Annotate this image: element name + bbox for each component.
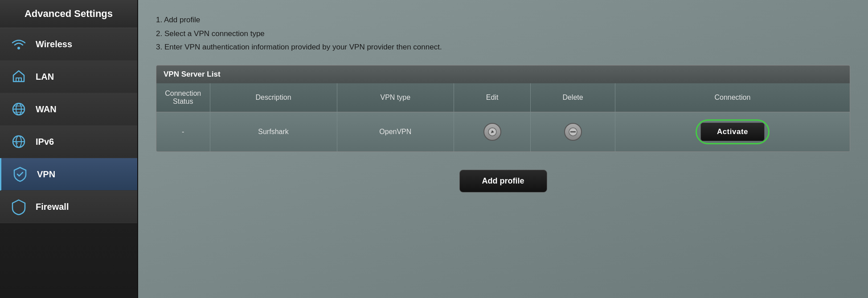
edit-button[interactable] <box>483 123 501 141</box>
vpn-icon <box>10 164 30 184</box>
sidebar-item-firewall[interactable]: Firewall <box>0 191 137 223</box>
sidebar-item-lan[interactable]: LAN <box>0 61 137 93</box>
delete-button[interactable] <box>564 123 582 141</box>
svg-point-0 <box>17 47 20 49</box>
sidebar-item-label-wan: WAN <box>36 104 57 114</box>
cell-delete[interactable] <box>531 112 615 151</box>
cell-description: Surfshark <box>210 112 337 151</box>
activate-highlight-ring: Activate <box>696 119 770 144</box>
wan-icon <box>9 99 29 119</box>
table-row: - Surfshark OpenVPN <box>156 112 850 151</box>
sidebar-item-label-vpn: VPN <box>37 169 55 180</box>
sidebar-item-vpn[interactable]: VPN <box>0 158 137 191</box>
vpn-table-section-title: VPN Server List <box>164 70 221 78</box>
lan-icon <box>9 67 29 86</box>
sidebar-item-label-lan: LAN <box>36 72 54 82</box>
sidebar-item-wan[interactable]: WAN <box>0 93 137 126</box>
instruction-2: 2. Select a VPN connection type <box>156 27 850 41</box>
col-description: Description <box>210 83 337 112</box>
col-connection-status: Connection Status <box>156 83 210 112</box>
sidebar: Advanced Settings Wireless LAN <box>0 0 138 298</box>
svg-text:6: 6 <box>16 141 18 145</box>
sidebar-item-label-wireless: Wireless <box>36 39 72 49</box>
sidebar-title: Advanced Settings <box>0 0 137 28</box>
instruction-3: 3. Enter VPN authentication information … <box>156 41 850 54</box>
add-profile-section: Add profile <box>156 170 850 192</box>
wireless-icon <box>9 34 29 54</box>
col-edit: Edit <box>454 83 531 112</box>
sidebar-item-label-firewall: Firewall <box>36 202 69 212</box>
instructions-block: 1. Add profile 2. Select a VPN connectio… <box>156 13 850 54</box>
cell-vpn-type: OpenVPN <box>337 112 454 151</box>
firewall-icon <box>9 197 29 216</box>
cell-connection-status: - <box>156 112 210 151</box>
col-vpn-type: VPN type <box>337 83 454 112</box>
sidebar-item-wireless[interactable]: Wireless <box>0 28 137 61</box>
cell-connection[interactable]: Activate <box>615 112 850 151</box>
sidebar-item-ipv6[interactable]: 6 IPv6 <box>0 126 137 158</box>
vpn-table-section-header: VPN Server List <box>156 65 850 83</box>
main-content: 1. Add profile 2. Select a VPN connectio… <box>138 0 868 298</box>
vpn-table-header-row: Connection Status Description VPN type E… <box>156 83 850 112</box>
col-delete: Delete <box>531 83 615 112</box>
col-connection: Connection <box>615 83 850 112</box>
instruction-1: 1. Add profile <box>156 13 850 27</box>
vpn-server-list: VPN Server List Connection Status Descri… <box>156 65 850 152</box>
vpn-table: Connection Status Description VPN type E… <box>156 83 850 151</box>
cell-edit[interactable] <box>454 112 531 151</box>
activate-button[interactable]: Activate <box>700 122 765 141</box>
add-profile-button[interactable]: Add profile <box>459 170 547 192</box>
sidebar-item-label-ipv6: IPv6 <box>36 137 54 147</box>
ipv6-icon: 6 <box>9 132 29 151</box>
